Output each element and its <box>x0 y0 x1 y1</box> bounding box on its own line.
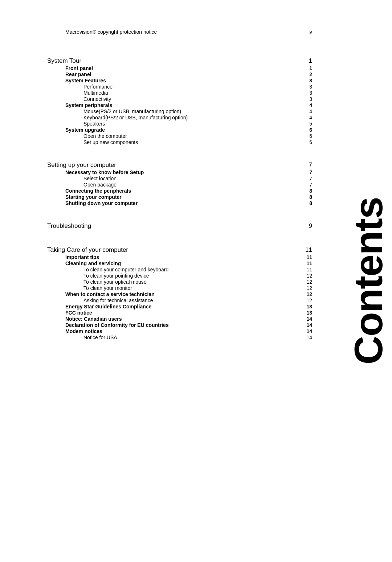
toc-entry-page: 7 <box>298 169 312 175</box>
toc-entry-page: 14 <box>298 316 312 322</box>
toc-entry: Speakers5 <box>47 121 312 127</box>
toc-entry-text: To clean your monitor <box>83 285 298 291</box>
toc-entry: Notice for USA14 <box>47 335 312 340</box>
toc-entry: Declaration of Conformity for EU countri… <box>47 322 312 328</box>
toc-entry-page: 13 <box>298 304 312 309</box>
toc-entry-text: Taking Care of your computer <box>47 246 298 254</box>
toc-entry-text: Setting up your computer <box>47 161 298 169</box>
toc-entry-text: Open package <box>83 182 298 188</box>
toc-entry: System peripherals4 <box>47 102 312 108</box>
toc-entry-text: Multimedia <box>83 90 298 96</box>
toc-entry: Cleaning and servicing11 <box>47 261 312 266</box>
toc-entry: Connecting the peripherals8 <box>47 188 312 194</box>
toc-entry: To clean your computer and keyboard11 <box>47 267 312 272</box>
toc-entry-page: 14 <box>298 322 312 328</box>
toc-content: Macrovision® copyright protection notice… <box>47 29 319 340</box>
toc-entry-text: System Tour <box>47 57 298 65</box>
toc-entry-page: 13 <box>298 310 312 316</box>
toc-entry-page: 7 <box>298 176 312 181</box>
toc-entry-text: To clean your optical mouse <box>83 279 298 285</box>
toc-entry-text: Modem notices <box>65 328 298 334</box>
toc-entry-text: Asking for technical assistance <box>83 298 298 303</box>
toc-entry: System Features3 <box>47 78 312 83</box>
toc-entry-page: 3 <box>298 96 312 102</box>
toc-entry: Energy Star Guidelines Compliance13 <box>47 304 312 309</box>
toc-entry-page: 12 <box>298 279 312 285</box>
toc-entry-text: Declaration of Conformity for EU countri… <box>65 322 298 328</box>
toc-entry: Open the computer6 <box>47 133 312 139</box>
toc-entry: FCC notice13 <box>47 310 312 316</box>
toc-entry: Front panel1 <box>47 65 312 71</box>
toc-entry-page: 7 <box>298 182 312 188</box>
toc-entry: Keyboard(PS/2 or USB, manufacturing opti… <box>47 115 312 120</box>
toc-entry: Setting up your computer7 <box>47 161 312 169</box>
page-container: Contents Macrovision® copyright protecti… <box>0 0 392 562</box>
toc-entry-text: Mouse(PS/2 or USB, manufacturing option) <box>83 108 298 114</box>
toc-entry-text: To clean your pointing device <box>83 273 298 279</box>
toc-entry-text: Select location <box>83 176 298 181</box>
toc-entry-page: 14 <box>298 335 312 340</box>
toc-entry-page: 3 <box>298 90 312 96</box>
toc-entry-page: 2 <box>298 71 312 77</box>
toc-entry: System upgrade6 <box>47 127 312 133</box>
toc-entry: Troubleshooting9 <box>47 222 312 230</box>
toc-entry-text: System peripherals <box>65 102 298 108</box>
toc-entry-page: iv <box>298 29 312 35</box>
toc-entry-text: To clean your computer and keyboard <box>83 267 298 272</box>
toc-entry: Taking Care of your computer11 <box>47 246 312 254</box>
toc-entry-page: 5 <box>298 121 312 127</box>
toc-entry-page: 1 <box>298 57 312 65</box>
toc-entry: Connectivity3 <box>47 96 312 102</box>
toc-entry: Notice: Canadian users14 <box>47 316 312 322</box>
toc-entry: Set up new components6 <box>47 139 312 145</box>
toc-entry: Asking for technical assistance12 <box>47 298 312 303</box>
toc-entry-page: 11 <box>298 261 312 266</box>
toc-entry-text: Connectivity <box>83 96 298 102</box>
toc-entry-page: 14 <box>298 328 312 334</box>
toc-entry: Macrovision® copyright protection notice… <box>47 29 312 35</box>
toc-entry-page: 4 <box>298 102 312 108</box>
toc-entry: Important tips11 <box>47 254 312 260</box>
toc-entry: Starting your computer8 <box>47 194 312 200</box>
toc-entry-page: 12 <box>298 298 312 303</box>
toc-entry-page: 6 <box>298 133 312 139</box>
toc-entry-page: 6 <box>298 127 312 133</box>
toc-entry-page: 12 <box>298 285 312 291</box>
toc-entry-text: Notice: Canadian users <box>65 316 298 322</box>
toc-entry-text: Important tips <box>65 254 298 260</box>
toc-entry-page: 3 <box>298 78 312 83</box>
toc-entry-text: Cleaning and servicing <box>65 261 298 266</box>
toc-entry: To clean your pointing device12 <box>47 273 312 279</box>
toc-entry: Shutting down your computer8 <box>47 200 312 206</box>
toc-entry-page: 8 <box>298 200 312 206</box>
toc-entry-text: Macrovision® copyright protection notice <box>65 29 298 35</box>
toc-entry: Multimedia3 <box>47 90 312 96</box>
toc-entry-text: Front panel <box>65 65 298 71</box>
toc-entry-text: Keyboard(PS/2 or USB, manufacturing opti… <box>83 115 298 120</box>
toc-entry-text: System Features <box>65 78 298 83</box>
toc-entry-page: 8 <box>298 188 312 194</box>
toc-entry-page: 12 <box>298 273 312 279</box>
toc-entry-text: Troubleshooting <box>47 222 298 230</box>
toc-entry: Performance3 <box>47 84 312 90</box>
toc-entry: Necessary to know before Setup7 <box>47 169 312 175</box>
toc-entry-page: 6 <box>298 139 312 145</box>
toc-entry-page: 4 <box>298 108 312 114</box>
toc-entry: When to contact a service technician12 <box>47 291 312 297</box>
toc-entry: Modem notices14 <box>47 328 312 334</box>
toc-entry-text: Notice for USA <box>83 335 298 340</box>
toc-entry: Open package7 <box>47 182 312 188</box>
toc-entry-page: 3 <box>298 84 312 90</box>
toc-entry-text: System upgrade <box>65 127 298 133</box>
vertical-title: Contents <box>345 0 392 562</box>
toc-entry-page: 11 <box>298 246 312 254</box>
toc-entry-text: Set up new components <box>83 139 298 145</box>
toc-entry-page: 1 <box>298 65 312 71</box>
page-title: Contents <box>348 197 388 365</box>
toc-entry-text: FCC notice <box>65 310 298 316</box>
toc-entry-page: 7 <box>298 161 312 169</box>
toc-entry: Select location7 <box>47 176 312 181</box>
toc-entry-text: Connecting the peripherals <box>65 188 298 194</box>
toc-entry-text: Energy Star Guidelines Compliance <box>65 304 298 309</box>
toc-entry: Mouse(PS/2 or USB, manufacturing option)… <box>47 108 312 114</box>
